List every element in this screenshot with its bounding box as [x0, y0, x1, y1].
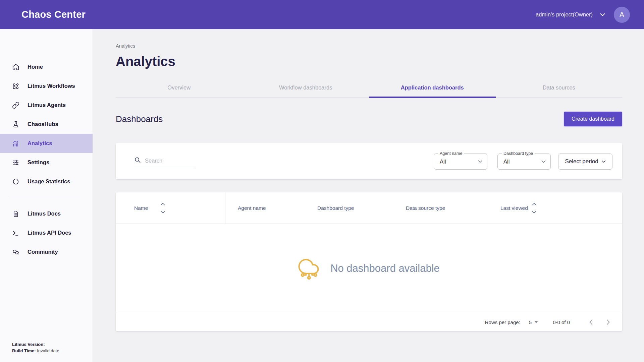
- sidebar-item-community[interactable]: Community: [0, 242, 93, 261]
- main-layout: Home Litmus Workflows Litmus Agents Chao…: [0, 29, 644, 362]
- document-icon: [12, 210, 19, 218]
- section-title: Dashboards: [116, 114, 564, 124]
- sidebar-item-label: Community: [28, 249, 58, 255]
- tab-data-sources[interactable]: Data sources: [496, 79, 623, 98]
- rows-per-page-label: Rows per page:: [485, 319, 520, 325]
- chevron-down-icon: [541, 160, 546, 163]
- sort-desc-icon: [532, 211, 536, 214]
- sidebar-divider: [9, 198, 83, 198]
- sort-asc-icon: [161, 203, 165, 205]
- cloud-network-icon: [298, 256, 319, 281]
- tab-application-dashboards[interactable]: Application dashboards: [369, 79, 496, 98]
- sidebar-item-label: Litmus API Docs: [28, 230, 71, 236]
- sidebar-item-label: Home: [28, 64, 43, 70]
- sidebar-item-litmus-api-docs[interactable]: Litmus API Docs: [0, 223, 93, 242]
- agent-name-select[interactable]: Agent name All: [434, 154, 487, 170]
- column-header-last-viewed: Last viewed: [488, 192, 622, 224]
- sidebar-item-usage-statistics[interactable]: Usage Statistics: [0, 172, 93, 191]
- agent-name-select-label: Agent name: [438, 151, 464, 156]
- sidebar-item-litmus-workflows[interactable]: Litmus Workflows: [0, 76, 93, 96]
- chat-bubbles-icon: [12, 248, 19, 256]
- breadcrumb: Analytics: [116, 43, 622, 49]
- tab-overview[interactable]: Overview: [116, 79, 243, 98]
- search-input[interactable]: [145, 158, 196, 164]
- select-period-label: Select period: [565, 158, 598, 165]
- sidebar-item-label: Analytics: [28, 140, 52, 146]
- select-period-button[interactable]: Select period: [558, 154, 612, 170]
- create-dashboard-button[interactable]: Create dashboard: [564, 112, 622, 126]
- rows-per-page-value: 5: [529, 319, 532, 325]
- table-empty-state: No dashboard available: [116, 224, 622, 313]
- terminal-icon: [12, 229, 19, 237]
- dropdown-caret-icon: [534, 321, 538, 323]
- column-label: Data source type: [406, 205, 445, 211]
- sort-arrows-last-viewed[interactable]: [532, 203, 536, 214]
- avatar-letter: A: [620, 11, 624, 18]
- page-title: Analytics: [116, 53, 622, 70]
- content-area: Analytics Analytics Overview Workflow da…: [93, 29, 644, 362]
- section-header-row: Dashboards Create dashboard: [116, 112, 622, 126]
- rows-per-page-select[interactable]: 5: [529, 319, 538, 325]
- version-info: Litmus Version: Build Time: Invalid date: [12, 341, 59, 354]
- tab-bar: Overview Workflow dashboards Application…: [116, 79, 622, 98]
- filter-panel: Agent name All Dashboard type All Select…: [116, 143, 622, 179]
- home-icon: [12, 63, 19, 71]
- workflows-icon: [12, 82, 19, 90]
- sidebar-item-litmus-agents[interactable]: Litmus Agents: [0, 96, 93, 115]
- column-header-data-source-type: Data source type: [393, 192, 488, 224]
- chevron-left-icon: [589, 319, 593, 325]
- top-header: Chaos Center admin's project(Owner) A: [0, 0, 644, 29]
- sidebar-item-settings[interactable]: Settings: [0, 153, 93, 172]
- sidebar-item-label: Litmus Workflows: [28, 83, 75, 89]
- app-title: Chaos Center: [21, 9, 86, 20]
- column-header-dashboard-type: Dashboard type: [305, 192, 393, 224]
- chevron-right-icon: [606, 319, 610, 325]
- agent-name-select-value: All: [440, 159, 475, 165]
- column-label: Dashboard type: [317, 205, 354, 211]
- table-pagination: Rows per page: 5 0-0 of 0: [116, 313, 622, 331]
- sidebar-item-analytics[interactable]: Analytics: [0, 134, 93, 153]
- dashboard-type-select-value: All: [503, 159, 539, 165]
- chevron-down-icon: [602, 160, 606, 163]
- column-label: Last viewed: [500, 205, 528, 211]
- build-time-value: Invalid date: [37, 348, 59, 353]
- sliders-icon: [12, 159, 19, 167]
- dashboard-type-select[interactable]: Dashboard type All: [497, 154, 551, 170]
- column-header-agent-name: Agent name: [225, 192, 305, 224]
- next-page-button[interactable]: [601, 315, 615, 329]
- column-header-name: Name: [116, 192, 225, 224]
- sidebar-item-label: Usage Statistics: [28, 178, 70, 185]
- avatar[interactable]: A: [614, 7, 630, 23]
- project-selector-label: admin's project(Owner): [536, 11, 593, 18]
- previous-page-button[interactable]: [584, 315, 597, 329]
- project-selector[interactable]: admin's project(Owner): [536, 11, 605, 18]
- link-icon: [12, 101, 19, 109]
- sort-asc-icon: [532, 203, 536, 205]
- sidebar-item-litmus-docs[interactable]: Litmus Docs: [0, 204, 93, 223]
- dashboard-type-select-label: Dashboard type: [502, 151, 535, 156]
- sidebar-item-chaoshubs[interactable]: ChaosHubs: [0, 115, 93, 134]
- litmus-version-label: Litmus Version:: [12, 342, 45, 347]
- build-time-label: Build Time:: [12, 348, 36, 353]
- sidebar-item-home[interactable]: Home: [0, 57, 93, 76]
- usage-circle-icon: [12, 178, 19, 186]
- tab-workflow-dashboards[interactable]: Workflow dashboards: [243, 79, 369, 98]
- chevron-down-icon: [478, 160, 482, 163]
- empty-message: No dashboard available: [330, 262, 440, 275]
- pagination-range: 0-0 of 0: [553, 319, 570, 325]
- column-label: Name: [134, 205, 148, 211]
- chevron-down-icon: [600, 11, 605, 18]
- sidebar-item-label: Litmus Agents: [28, 102, 66, 108]
- sidebar-item-label: ChaosHubs: [28, 121, 58, 127]
- dashboards-table: Name Agent name Dashboard type Data sour…: [116, 192, 622, 331]
- flask-icon: [12, 120, 19, 128]
- sidebar: Home Litmus Workflows Litmus Agents Chao…: [0, 29, 93, 362]
- sort-arrows-name[interactable]: [161, 203, 165, 214]
- search-icon: [134, 157, 141, 165]
- chaos-center-app: Chaos Center admin's project(Owner) A Ho…: [0, 0, 644, 362]
- search-field[interactable]: [134, 157, 196, 167]
- table-header-row: Name Agent name Dashboard type Data sour…: [116, 192, 622, 224]
- sidebar-item-label: Settings: [28, 159, 49, 166]
- sidebar-item-label: Litmus Docs: [28, 210, 61, 217]
- bar-chart-icon: [12, 139, 19, 147]
